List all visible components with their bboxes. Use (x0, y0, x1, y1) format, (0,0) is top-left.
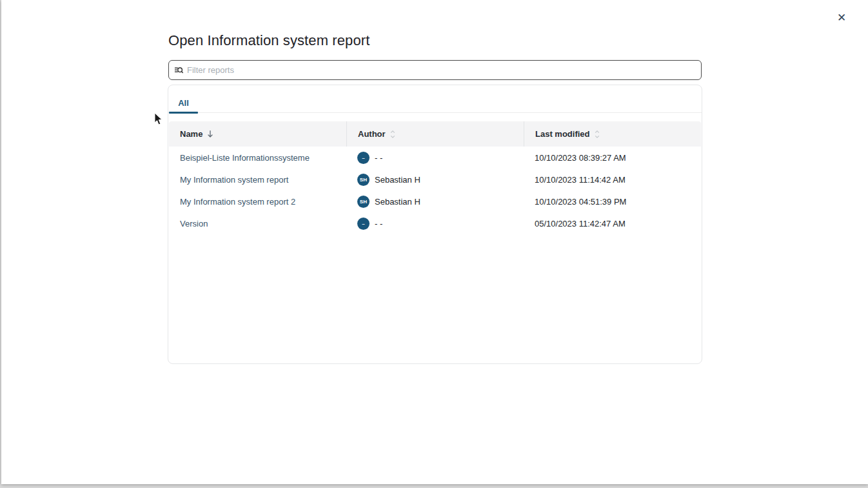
table-row[interactable]: Beispiel-Liste Informationssysteme – - -… (169, 147, 701, 168)
report-name-link[interactable]: Beispiel-Liste Informationssysteme (180, 153, 310, 163)
avatar-initials: – (362, 221, 365, 227)
column-header-author-label: Author (358, 129, 386, 139)
avatar-initials: SH (360, 177, 368, 183)
last-modified: 10/10/2023 04:51:39 PM (524, 197, 701, 207)
report-name-link[interactable]: My Information system report 2 (180, 197, 295, 207)
author-avatar: SH (357, 196, 370, 208)
column-header-last-modified-label: Last modified (535, 129, 590, 139)
sort-descending-icon (207, 130, 213, 138)
table-row[interactable]: My Information system report 2 SH Sebast… (169, 190, 701, 212)
table-row[interactable]: Version – - - 05/10/2023 11:42:47 AM (169, 212, 701, 234)
table-header: Name Author Last modified (169, 121, 701, 147)
unsorted-carets-icon (390, 130, 395, 139)
author-avatar: SH (357, 174, 370, 186)
report-name-link[interactable]: My Information system report (180, 175, 288, 185)
column-header-name[interactable]: Name (169, 121, 346, 147)
open-report-dialog: ✕ Open Information system report All Nam… (1, 0, 868, 484)
author-name: - - (375, 219, 382, 229)
tab-all[interactable]: All (169, 94, 198, 112)
filter-reports-input[interactable] (187, 65, 695, 75)
filter-input-wrapper (168, 60, 702, 80)
report-name-link[interactable]: Version (180, 219, 208, 229)
column-header-name-label: Name (180, 129, 202, 139)
reports-panel: All Name Author (168, 85, 702, 364)
last-modified: 10/10/2023 08:39:27 AM (524, 153, 701, 163)
last-modified: 10/10/2023 11:14:42 AM (524, 175, 701, 185)
table-row[interactable]: My Information system report SH Sebastia… (169, 168, 701, 190)
active-tab-indicator (169, 112, 198, 114)
last-modified: 05/10/2023 11:42:47 AM (524, 219, 701, 229)
page-title: Open Information system report (168, 32, 370, 49)
reports-table: Name Author Last modified (168, 113, 702, 234)
mouse-cursor-icon (153, 112, 163, 126)
author-name: Sebastian H (375, 175, 420, 185)
tab-bar: All (168, 94, 702, 113)
author-name: - - (375, 153, 382, 163)
table-body: Beispiel-Liste Informationssysteme – - -… (169, 147, 701, 234)
avatar-initials: SH (360, 199, 368, 205)
avatar-initials: – (362, 155, 365, 161)
author-name: Sebastian H (375, 197, 420, 207)
author-avatar: – (357, 152, 370, 164)
column-header-author[interactable]: Author (346, 121, 524, 147)
author-avatar: – (357, 218, 370, 230)
filter-search-icon (174, 65, 184, 75)
close-icon[interactable]: ✕ (833, 9, 850, 26)
tab-all-label: All (178, 98, 189, 108)
unsorted-carets-icon (595, 130, 600, 139)
column-header-last-modified[interactable]: Last modified (524, 121, 701, 147)
